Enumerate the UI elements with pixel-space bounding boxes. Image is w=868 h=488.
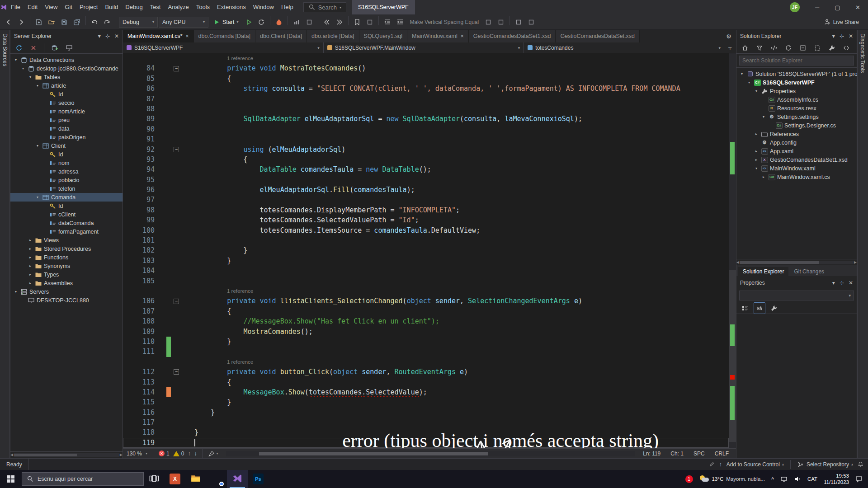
eol-indicator[interactable]: CRLF [715, 450, 729, 457]
fold-marker[interactable]: − [171, 296, 182, 306]
start-outline-button[interactable] [243, 16, 255, 28]
visual-studio-taskbar-button[interactable] [227, 470, 248, 488]
server-tree-item[interactable]: adressa [10, 167, 123, 176]
expand-toggle-icon[interactable]: ▸ [761, 175, 766, 179]
outdent-button[interactable] [394, 16, 406, 28]
expand-toggle-icon[interactable]: ▸ [754, 132, 759, 136]
panel-options-icon[interactable]: ▾ [832, 280, 835, 286]
server-tree-item[interactable]: nomArticle [10, 107, 123, 116]
data-sources-tab[interactable]: Data Sources [2, 30, 8, 66]
code-line[interactable]: 91 [123, 134, 729, 144]
server-tree-item[interactable]: ▸Types [10, 270, 123, 279]
generic-button[interactable] [513, 16, 524, 28]
undo-button[interactable] [89, 16, 100, 28]
generic-button[interactable] [495, 16, 507, 28]
menu-extensions[interactable]: Extensions [213, 4, 250, 10]
code-line[interactable]: 94 DataTable comandesTaula = new DataTab… [123, 164, 729, 174]
avatar[interactable]: JF [790, 2, 800, 12]
server-tree-item[interactable]: ▾Tables [10, 73, 123, 81]
clock[interactable]: 19:53 11/11/2023 [824, 473, 849, 485]
document-tab[interactable]: dbo.article [Data] [307, 30, 359, 42]
solution-search-input[interactable] [739, 56, 854, 66]
solution-explorer-hscrollbar[interactable]: ◀ ▶ [736, 259, 857, 265]
document-tab[interactable]: dbo.Client [Data] [255, 30, 307, 42]
code-line[interactable]: 93 { [123, 155, 729, 164]
server-tree-item[interactable]: DESKTOP-JCCL880 [10, 296, 123, 305]
server-tree-item[interactable]: paisOrigen [10, 133, 123, 141]
properties-button[interactable] [826, 42, 838, 54]
server-tree-item[interactable]: ▾Comanda [10, 193, 123, 202]
step-back-button[interactable] [321, 16, 333, 28]
menu-test[interactable]: Test [146, 4, 165, 10]
indentation-indicator[interactable]: SPC [693, 450, 705, 457]
solution-configurations-dropdown[interactable]: Debug▾ [119, 17, 158, 28]
show-all-files-button[interactable] [811, 42, 823, 54]
member-dropdown[interactable]: totesComandes ▾ [524, 42, 724, 53]
maximize-button[interactable]: ▢ [827, 0, 848, 14]
solution-tree-item[interactable]: ▸C#MainWindow.xaml.cs [736, 173, 857, 181]
profiler-button[interactable] [291, 16, 302, 28]
code-cleanup-button[interactable]: ▾ [208, 450, 218, 457]
task-view-taskbar-button[interactable] [144, 470, 165, 488]
server-tree-item[interactable]: cClient [10, 210, 123, 219]
next-issue-button[interactable]: ↓ [194, 450, 197, 457]
scroll-left-icon[interactable]: ◀ [736, 260, 739, 264]
zoom-dropdown[interactable]: 130 % ▾ [127, 450, 147, 457]
server-tree-item[interactable]: data [10, 124, 123, 133]
connect-to-server-button[interactable] [63, 42, 75, 54]
document-tab[interactable]: MainWindow.xaml.cs*× [123, 30, 194, 42]
code-line[interactable]: 102 } [123, 245, 729, 255]
forward-button[interactable] [15, 16, 27, 28]
step-forward-button[interactable] [334, 16, 345, 28]
hot-reload-button[interactable] [273, 16, 285, 28]
code-line[interactable]: 111 [123, 347, 729, 357]
server-tree-item[interactable]: seccio [10, 99, 123, 107]
code-line[interactable]: 108 //MessageBox.Show("Has fet Click en … [123, 316, 729, 326]
code-line[interactable]: 87 [123, 94, 729, 104]
code-line[interactable]: 110 } [123, 337, 729, 347]
generic-button[interactable] [525, 16, 537, 28]
column-indicator[interactable]: Ch: 1 [670, 450, 684, 457]
close-panel-icon[interactable]: ✕ [849, 280, 853, 286]
server-tree-item[interactable]: telefon [10, 184, 123, 193]
generic-button[interactable] [364, 16, 376, 28]
split-window-icon[interactable]: ⫟ [724, 42, 736, 53]
server-tree-item[interactable]: ▸Stored Procedures [10, 244, 123, 253]
server-tree-item[interactable]: ▾desktop-jccl880.GestioComande [10, 64, 123, 73]
code-line[interactable]: 104 [123, 266, 729, 276]
new-project-button[interactable] [33, 16, 45, 28]
start-button[interactable] [0, 470, 22, 488]
expand-toggle-icon[interactable]: ▸ [28, 238, 33, 242]
refresh-button[interactable] [13, 42, 25, 54]
save-all-button[interactable] [71, 16, 83, 28]
solution-tree-item[interactable]: ▾Properties [736, 87, 857, 95]
titlebar-search[interactable]: Search ▾ [303, 2, 346, 12]
editor-horizontal-scrollbar[interactable] [226, 451, 635, 456]
editor-vertical-scrollbar[interactable] [729, 53, 736, 448]
alphabetical-button[interactable] [754, 302, 765, 314]
expand-toggle-icon[interactable]: ▸ [28, 281, 33, 285]
expand-toggle-icon[interactable]: ▾ [13, 290, 19, 294]
code-line[interactable]: 95 [123, 175, 729, 185]
live-share-label[interactable]: Live Share [833, 19, 859, 25]
server-tree-item[interactable]: ▸Views [10, 236, 123, 244]
solution-tree-item[interactable]: ⚙App.config [736, 138, 857, 147]
solution-tree-item[interactable]: ▸<>App.xaml [736, 147, 857, 155]
expand-toggle-icon[interactable]: ▾ [20, 66, 26, 70]
expand-toggle-icon[interactable]: ▾ [35, 84, 40, 88]
collapse-all-button[interactable] [797, 42, 809, 54]
code-line[interactable]: 99 totesComandes.SelectedValuePath = "Id… [123, 215, 729, 225]
open-folder-button[interactable] [46, 16, 57, 28]
code-line[interactable]: 113 { [123, 377, 729, 387]
expand-toggle-icon[interactable]: ▾ [35, 195, 40, 199]
action-center-icon[interactable] [855, 475, 863, 483]
server-explorer-hscrollbar[interactable]: ◀ ▶ [10, 451, 123, 458]
server-tree-item[interactable]: formaPagament [10, 227, 123, 236]
close-button[interactable]: ✕ [848, 0, 868, 14]
code-line[interactable]: 107 { [123, 306, 729, 316]
codelens-row[interactable]: 1 reference [123, 286, 729, 296]
panel-options-icon[interactable]: ▾ [832, 33, 835, 39]
properties-object-dropdown[interactable]: ▾ [739, 291, 854, 300]
solution-tree-item[interactable]: C#Settings.Designer.cs [736, 121, 857, 130]
server-tree-item[interactable]: Id [10, 202, 123, 210]
